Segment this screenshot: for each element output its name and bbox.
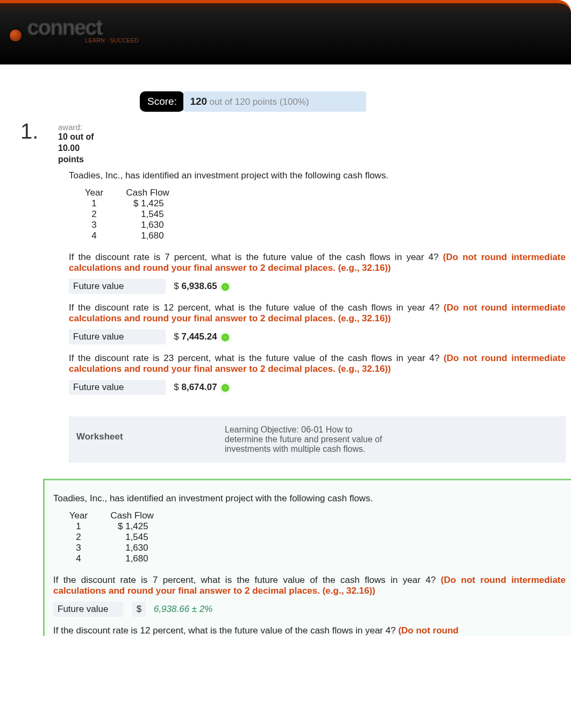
answer-value: 6,938.65 (181, 281, 217, 291)
meta-box: Worksheet Learning Objective: 06-01 How … (69, 416, 566, 463)
answer-value: 7,445.24 (181, 331, 217, 342)
solution-answer-value: 6,938.66 ± 2% (154, 604, 213, 614)
question-block: 1. award: 10 out of 10.00 points Toadies… (0, 122, 571, 463)
award-points-line2: 10.00 (58, 143, 571, 154)
answer-label: Future value (69, 279, 166, 294)
logo-text: connect (27, 16, 102, 39)
score-value: 120 (190, 96, 207, 107)
score-value-box: 120 out of 120 points (100%) (183, 91, 366, 112)
worksheet-link[interactable]: Worksheet (69, 422, 219, 457)
currency-symbol: $ (168, 382, 179, 393)
score-row: Score: 120 out of 120 points (100%) (0, 91, 571, 112)
table-row: 3 1,630 (60, 543, 566, 553)
correct-icon (222, 283, 229, 291)
question-number: 1. (20, 119, 38, 143)
solution-prompt-2: If the discount rate is 12 percent, what… (53, 625, 566, 636)
table-row: 4 1,680 (75, 230, 566, 241)
question-intro: Toadies, Inc., has identified an investm… (69, 170, 566, 181)
logo: connect LEARN · SUCCEED (10, 18, 149, 61)
table-row: 2 1,545 (75, 209, 566, 220)
cashflow-table: Year Cash Flow 1 $ 1,425 2 1,545 3 1,630… (75, 188, 566, 241)
table-row: 4 1,680 (60, 553, 566, 564)
answer-label: Future value (69, 329, 166, 344)
answer-label: Future value (69, 380, 166, 395)
table-header-year: Year (75, 188, 113, 198)
award-points-line3: points (58, 154, 571, 165)
solution-cashflow-table: Year Cash Flow 1 $ 1,425 2 1,545 3 1,630… (60, 510, 566, 564)
table-header-year: Year (60, 510, 97, 521)
score-label: Score: (140, 91, 184, 112)
table-row: 1 $ 1,425 (60, 521, 566, 532)
correct-icon (222, 384, 229, 392)
learning-objective: Learning Objective: 06-01 How to determi… (219, 422, 391, 457)
table-row: 3 1,630 (75, 220, 566, 230)
currency-symbol: $ (132, 602, 146, 617)
answer-row-3: Future value $ 8,674.07 (69, 380, 566, 395)
award-points-line1: 10 out of (58, 132, 571, 143)
currency-symbol: $ (168, 281, 179, 292)
solution-answer-row-1: Future value $ 6,938.66 ± 2% (53, 602, 566, 617)
answer-label: Future value (53, 602, 123, 617)
instruction-text: (Do not round (398, 625, 459, 636)
logo-subtext: LEARN · SUCCEED (10, 37, 149, 44)
table-row: 2 1,545 (60, 532, 566, 543)
table-header-cashflow: Cash Flow (100, 510, 165, 521)
award-box: award: 10 out of 10.00 points (58, 122, 571, 165)
solution-prompt-1: If the discount rate is 7 percent, what … (53, 575, 566, 596)
answer-row-1: Future value $ 6,938.65 (69, 279, 566, 294)
score-rest: out of 120 points (100%) (210, 97, 309, 107)
answer-value: 8,674.07 (181, 382, 217, 392)
solution-intro: Toadies, Inc., has identified an investm… (53, 493, 566, 504)
currency-symbol: $ (168, 331, 179, 342)
prompt-3: If the discount rate is 23 percent, what… (69, 353, 566, 374)
prompt-1: If the discount rate is 7 percent, what … (69, 252, 566, 273)
app-header: connect LEARN · SUCCEED (0, 0, 571, 64)
solution-block: Toadies, Inc., has identified an investm… (43, 479, 571, 636)
award-label: award: (58, 122, 571, 132)
prompt-2: If the discount rate is 12 percent, what… (69, 302, 566, 324)
correct-icon (222, 334, 229, 341)
answer-row-2: Future value $ 7,445.24 (69, 329, 566, 344)
table-header-cashflow: Cash Flow (116, 188, 180, 198)
table-row: 1 $ 1,425 (75, 198, 566, 209)
